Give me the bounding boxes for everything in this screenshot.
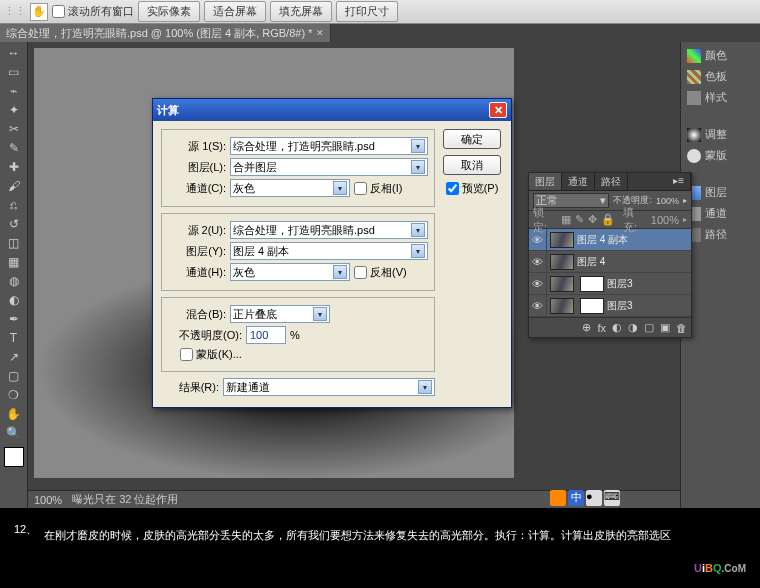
heal-tool-icon[interactable]: ✚ — [3, 158, 25, 176]
visibility-icon[interactable]: 👁 — [529, 251, 547, 273]
src2-select[interactable]: 综合处理，打造明亮眼睛.psd▾ — [230, 221, 428, 239]
chan-h-select[interactable]: 灰色▾ — [230, 263, 350, 281]
actual-pixels-button[interactable]: 实际像素 — [138, 1, 200, 22]
brush-tool-icon[interactable]: 🖌 — [3, 177, 25, 195]
adj-layer-icon[interactable]: ◑ — [628, 321, 638, 334]
eyedropper-tool-icon[interactable]: ✎ — [3, 139, 25, 157]
adjust-icon — [687, 128, 701, 142]
fit-screen-button[interactable]: 适合屏幕 — [204, 1, 266, 22]
mask-add-icon[interactable]: ◐ — [612, 321, 622, 334]
chevron-down-icon: ▾ — [313, 307, 327, 321]
stamp-tool-icon[interactable]: ⎌ — [3, 196, 25, 214]
blend-select[interactable]: 正片叠底▾ — [230, 305, 330, 323]
cancel-button[interactable]: 取消 — [443, 155, 501, 175]
fill-screen-button[interactable]: 填充屏幕 — [270, 1, 332, 22]
dialog-titlebar[interactable]: 计算 ✕ — [153, 99, 511, 121]
marquee-tool-icon[interactable]: ▭ — [3, 63, 25, 81]
src1-select[interactable]: 综合处理，打造明亮眼睛.psd▾ — [230, 137, 428, 155]
panel-menu-icon[interactable]: ▸≡ — [667, 173, 691, 190]
opacity-label: 不透明度(O): — [168, 328, 242, 343]
layer-row[interactable]: 👁图层 4 — [529, 251, 691, 273]
panel-adjustments[interactable]: 调整 — [683, 125, 758, 144]
visibility-icon[interactable]: 👁 — [529, 295, 547, 317]
scroll-all-checkbox[interactable]: 滚动所有窗口 — [52, 4, 134, 19]
layer-row[interactable]: 👁图层3 — [529, 273, 691, 295]
shape-tool-icon[interactable]: ▢ — [3, 367, 25, 385]
tab-layers[interactable]: 图层 — [529, 173, 562, 190]
ime-icon[interactable]: ● — [586, 490, 602, 506]
layer-row[interactable]: 👁图层 4 副本 — [529, 229, 691, 251]
swatches-icon — [687, 70, 701, 84]
pen-tool-icon[interactable]: ✒ — [3, 310, 25, 328]
group-icon[interactable]: ▢ — [644, 321, 654, 334]
mask-checkbox[interactable]: 蒙版(K)... — [180, 347, 242, 362]
document-tab[interactable]: 综合处理，打造明亮眼睛.psd @ 100% (图层 4 副本, RGB/8#)… — [0, 24, 331, 43]
result-select[interactable]: 新建通道▾ — [223, 378, 435, 396]
eraser-tool-icon[interactable]: ◫ — [3, 234, 25, 252]
zoom-level[interactable]: 100% — [34, 494, 62, 506]
color-swatch[interactable] — [4, 447, 24, 467]
lock-all-icon[interactable]: 🔒 — [601, 213, 615, 226]
panel-channels[interactable]: 通道 — [683, 204, 758, 223]
hand-tool-icon[interactable]: ✋ — [3, 405, 25, 423]
zoom-tool-icon[interactable]: 🔍 — [3, 424, 25, 442]
3d-tool-icon[interactable]: ❍ — [3, 386, 25, 404]
panel-masks[interactable]: 蒙版 — [683, 146, 758, 165]
panel-swatches[interactable]: 色板 — [683, 67, 758, 86]
caption-text: 在刚才磨皮的时候，皮肤的高光部分丢失的太多，所有我们要想方法来修复失去的高光部分… — [44, 529, 671, 541]
visibility-icon[interactable]: 👁 — [529, 273, 547, 295]
close-icon[interactable]: ✕ — [489, 102, 507, 118]
hand-tool-icon[interactable]: ✋ — [30, 3, 48, 21]
mask-icon — [687, 149, 701, 163]
panel-paths[interactable]: 路径 — [683, 225, 758, 244]
preview-checkbox[interactable]: 预览(P) — [446, 181, 499, 196]
calculations-dialog: 计算 ✕ 源 1(S):综合处理，打造明亮眼睛.psd▾ 图层(L):合并图层▾… — [152, 98, 512, 408]
panel-styles[interactable]: 样式 — [683, 88, 758, 107]
link-icon[interactable]: ⊕ — [582, 321, 591, 334]
dialog-title: 计算 — [157, 103, 179, 118]
new-layer-icon[interactable]: ▣ — [660, 321, 670, 334]
layer-list: 👁图层 4 副本 👁图层 4 👁图层3 👁图层3 — [529, 229, 691, 317]
lasso-tool-icon[interactable]: ⌁ — [3, 82, 25, 100]
invert-v-checkbox[interactable]: 反相(V) — [354, 265, 407, 280]
ime-icon[interactable]: 中 — [568, 490, 584, 506]
move-tool-icon[interactable]: ↔ — [3, 44, 25, 62]
tab-paths[interactable]: 路径 — [595, 173, 628, 190]
blur-tool-icon[interactable]: ◍ — [3, 272, 25, 290]
fx-icon[interactable]: fx — [597, 322, 606, 334]
layer-l-label: 图层(L): — [168, 160, 226, 175]
opacity-input[interactable]: 100 — [246, 326, 286, 344]
type-tool-icon[interactable]: T — [3, 329, 25, 347]
mask-thumb — [580, 298, 604, 314]
panel-color[interactable]: 颜色 — [683, 46, 758, 65]
lock-paint-icon[interactable]: ✎ — [575, 213, 584, 226]
lock-move-icon[interactable]: ✥ — [588, 213, 597, 226]
layer-y-select[interactable]: 图层 4 副本▾ — [230, 242, 428, 260]
history-brush-icon[interactable]: ↺ — [3, 215, 25, 233]
tab-channels[interactable]: 通道 — [562, 173, 595, 190]
close-tab-icon[interactable]: ✕ — [316, 28, 324, 38]
crop-tool-icon[interactable]: ✂ — [3, 120, 25, 138]
chan-c-select[interactable]: 灰色▾ — [230, 179, 350, 197]
layer-row[interactable]: 👁图层3 — [529, 295, 691, 317]
layer-name: 图层3 — [607, 299, 633, 313]
dodge-tool-icon[interactable]: ◐ — [3, 291, 25, 309]
visibility-icon[interactable]: 👁 — [529, 229, 547, 251]
lock-trans-icon[interactable]: ▦ — [561, 213, 571, 226]
wand-tool-icon[interactable]: ✦ — [3, 101, 25, 119]
chevron-down-icon: ▾ — [411, 139, 425, 153]
fill-value[interactable]: 100% — [651, 214, 679, 226]
layer-l-select[interactable]: 合并图层▾ — [230, 158, 428, 176]
gradient-tool-icon[interactable]: ▦ — [3, 253, 25, 271]
opacity-value[interactable]: 100% — [656, 196, 679, 206]
invert-i-checkbox[interactable]: 反相(I) — [354, 181, 402, 196]
path-tool-icon[interactable]: ↗ — [3, 348, 25, 366]
styles-icon — [687, 91, 701, 105]
trash-icon[interactable]: 🗑 — [676, 322, 687, 334]
ime-icon[interactable] — [550, 490, 566, 506]
tutorial-caption: 12、 在刚才磨皮的时候，皮肤的高光部分丢失的太多，所有我们要想方法来修复失去的… — [0, 508, 760, 588]
panel-layers[interactable]: 图层 — [683, 183, 758, 202]
print-size-button[interactable]: 打印尺寸 — [336, 1, 398, 22]
ok-button[interactable]: 确定 — [443, 129, 501, 149]
ime-icon[interactable]: ⌨ — [604, 490, 620, 506]
